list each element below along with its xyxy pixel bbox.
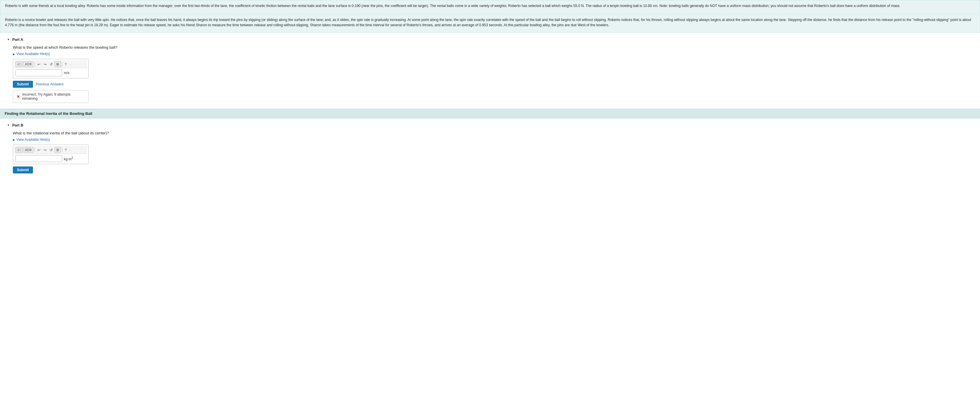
part-a-hint-link[interactable]: ▶ View Available Hint(s)	[13, 52, 973, 56]
part-b-toolbar-sep-2	[62, 148, 62, 152]
part-a-redo-button[interactable]: ↪	[42, 61, 48, 67]
context-block-1: Roberto is with some friends at a local …	[0, 0, 980, 13]
part-b-title-row[interactable]: ▼ Part B	[7, 123, 973, 127]
part-a-label: Part A	[12, 37, 23, 42]
part-a-error-text: Incorrect; Try Again; 9 attempts remaini…	[22, 92, 85, 100]
part-a-undo-button[interactable]: ↩	[36, 61, 42, 67]
part-b-answer-box: √□ ΑΣΦ ↩ ↪ ↺ ⊞ ? · kg·m2	[13, 145, 89, 164]
part-b-more-button[interactable]: ·	[68, 147, 72, 153]
part-b-container: ▼ Part B What is the rotational inertia …	[0, 118, 980, 179]
context-text-2: Roberto is a novice bowler and releases …	[5, 17, 975, 28]
part-a-more-button[interactable]: ·	[68, 61, 72, 67]
part-a-unit: m/s	[64, 71, 69, 75]
part-b-greek-button[interactable]: ΑΣΦ	[23, 147, 33, 153]
part-a-input[interactable]	[16, 69, 62, 76]
section-header-text: Finding the Rotational Inertia of the Bo…	[5, 111, 92, 116]
part-a-toolbar: √□ ΑΣΦ ↩ ↪ ↺ ⊞ ? ·	[14, 60, 87, 68]
part-a-reset-button[interactable]: ↺	[48, 61, 54, 67]
section-header: Finding the Rotational Inertia of the Bo…	[0, 109, 980, 118]
part-b-input[interactable]	[16, 155, 62, 162]
part-a-toolbar-sep-1	[35, 62, 35, 67]
part-b-toolbar-sep-1	[35, 148, 35, 152]
part-a-help-button[interactable]: ?	[64, 61, 68, 67]
part-a-question: What is the speed at which Roberto relea…	[13, 45, 973, 49]
part-b-submit-button[interactable]: Submit	[13, 167, 33, 173]
part-b-unit: kg·m2	[64, 156, 73, 161]
part-b-toolbar: √□ ΑΣΦ ↩ ↪ ↺ ⊞ ? ·	[14, 146, 87, 154]
part-b-label: Part B	[12, 123, 23, 127]
context-text-1: Roberto is with some friends at a local …	[5, 3, 975, 8]
part-b-hint-label: View Available Hint(s)	[16, 138, 50, 142]
part-b-hint-arrow-icon: ▶	[13, 138, 15, 141]
part-a-input-row: m/s	[14, 68, 87, 77]
part-a-hint-label: View Available Hint(s)	[16, 52, 50, 56]
part-a-submit-button[interactable]: Submit	[13, 81, 33, 88]
part-a-container: ▼ Part A What is the speed at which Robe…	[0, 33, 980, 109]
part-a-hint-arrow-icon: ▶	[13, 52, 15, 56]
part-a-title-row[interactable]: ▼ Part A	[7, 37, 973, 42]
part-a-chevron-icon: ▼	[7, 38, 10, 41]
part-a-error-icon: ✕	[17, 94, 20, 99]
part-b-question: What is the rotational inertia of the ba…	[13, 131, 973, 135]
part-a-greek-button[interactable]: ΑΣΦ	[23, 61, 33, 67]
part-b-hint-link[interactable]: ▶ View Available Hint(s)	[13, 138, 973, 142]
part-b-help-button[interactable]: ?	[64, 147, 68, 153]
part-b-sqrt-button[interactable]: √□	[16, 147, 23, 153]
part-b-chevron-icon: ▼	[7, 124, 10, 127]
part-a-answer-box: √□ ΑΣΦ ↩ ↪ ↺ ⊞ ? · m/s	[13, 59, 89, 78]
part-b-table-button[interactable]: ⊞	[54, 147, 61, 153]
part-a-error-box: ✕ Incorrect; Try Again; 9 attempts remai…	[13, 90, 89, 103]
part-b-reset-button[interactable]: ↺	[48, 147, 54, 153]
part-b-undo-button[interactable]: ↩	[36, 147, 42, 153]
part-b-action-row: Submit	[13, 167, 973, 173]
context-block-2: Roberto is a novice bowler and releases …	[0, 14, 980, 33]
part-b-redo-button[interactable]: ↪	[42, 147, 48, 153]
part-a-toolbar-sep-2	[62, 62, 62, 67]
part-a-action-row: Submit Previous Answers	[13, 81, 973, 88]
part-a-prev-answers-link[interactable]: Previous Answers	[36, 82, 64, 86]
part-a-sqrt-button[interactable]: √□	[16, 61, 23, 67]
part-b-input-row: kg·m2	[14, 154, 87, 163]
part-a-table-button[interactable]: ⊞	[54, 61, 61, 67]
